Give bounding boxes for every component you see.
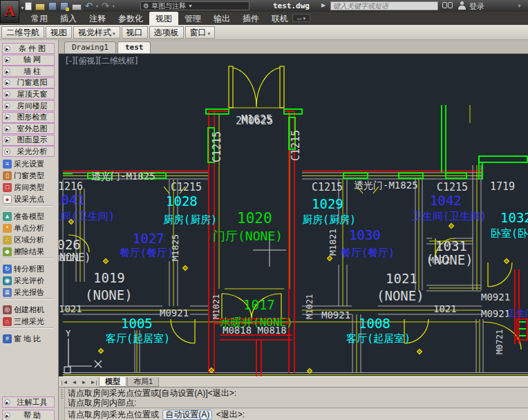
sidebar-item-窗地比[interactable]: #窗 地 比 <box>3 333 57 344</box>
sidebar-group-注解工具[interactable]: ▶注解工具 <box>2 397 55 408</box>
command-prompt[interactable]: 请点取房间采光点位置或 自动设置(A) <退出>: <box>65 410 528 420</box>
sidebar-item-区域分析[interactable]: ∴区域分析 <box>3 234 57 245</box>
redo-dropdown-icon[interactable]: ▾ <box>113 3 115 8</box>
cad-text-label: M0818 M0818 <box>223 325 287 335</box>
sidebar-group-label: 房间楼层 <box>12 101 53 111</box>
panel-button-二维导航[interactable]: 二维导航 <box>1 26 44 39</box>
ribbon-tab-参数化[interactable]: 参数化 <box>112 12 149 25</box>
prepare-model-icon: ▲ <box>3 212 12 221</box>
drawing-tab-bar: Drawing1test <box>59 40 528 54</box>
cad-text-label: 卫生间(卫生间) <box>412 211 487 222</box>
panel-button-选项板[interactable]: 选项板 <box>149 26 184 39</box>
sidebar-group-屋顶天窗[interactable]: ▶屋顶天窗 <box>2 88 55 99</box>
sidebar-item-门窗类型[interactable]: ▯门窗类型 <box>3 170 57 181</box>
drawing-tab-Drawing1[interactable]: Drawing1 <box>64 41 116 53</box>
save-as-icon[interactable] <box>60 2 68 10</box>
ribbon-tab-插入[interactable]: 插入 <box>54 12 83 25</box>
sidebar-item-采光报告[interactable]: ≣采光报告 <box>3 287 57 298</box>
sidebar-group-采光分析[interactable]: ▼采光分析 <box>2 146 55 157</box>
signin-button[interactable]: 登录 <box>469 1 484 12</box>
command-window-grip[interactable] <box>59 388 65 420</box>
new-file-icon[interactable] <box>25 2 32 10</box>
sidebar-item-label: 三维采光 <box>14 316 44 327</box>
sidebar-group-label: 帮 助 <box>12 410 53 420</box>
drawing-tab-test[interactable]: test <box>117 41 151 53</box>
single-point-analysis-icon: * <box>3 224 12 233</box>
first-layout-nav-button[interactable]: |◄ <box>60 379 69 385</box>
ribbon-tab-联机[interactable]: 联机 <box>265 12 294 25</box>
cad-text-label: 餐厅(餐厅) <box>341 248 395 258</box>
cad-text-label: 卫生间 <box>507 309 528 318</box>
redo-button[interactable]: ↷ <box>102 2 109 10</box>
sidebar-item-设采光点[interactable]: ●设采光点 <box>3 193 57 204</box>
sidebar-item-三维采光[interactable]: ⌂三维采光 <box>3 316 57 327</box>
model-layout-tab-bar: |◄◄►►|模型布局1 <box>59 376 528 387</box>
quick-access-toolbar: ↶▾↷▾ <box>25 1 115 11</box>
command-option-button[interactable]: 自动设置(A) <box>162 410 212 420</box>
sidebar-item-房间类型[interactable]: □房间类型 <box>3 182 57 193</box>
layout-tab-模型[interactable]: 模型 <box>99 377 126 387</box>
cad-text-label: 1032 <box>500 211 528 225</box>
sidebar-group-房间楼层[interactable]: ▶房间楼层 <box>2 100 55 111</box>
undo-button[interactable]: ↶ <box>85 2 93 10</box>
titlebar-overflow-icon[interactable]: ▼ <box>517 3 522 8</box>
ribbon-tab-bar: 常用插入注释参数化视图管理输出插件联机 <box>0 12 528 25</box>
panel-button-窗口[interactable]: 窗口▾ <box>185 26 216 39</box>
ribbon-display-toggle[interactable]: ▭ ▾ <box>292 14 310 22</box>
ribbon-tab-插件[interactable]: 插件 <box>236 12 265 25</box>
user-icon[interactable] <box>458 1 466 10</box>
sidebar-item-采光评价[interactable]: ◉采光评价 <box>3 275 57 286</box>
sidebar-item-转分析图[interactable]: ↻转分析图 <box>3 263 57 274</box>
ribbon-tab-输出[interactable]: 输出 <box>207 12 236 25</box>
sidebar-group-条件图[interactable]: ▶条 件 图 <box>2 43 55 54</box>
sidebar-item-创建相机[interactable]: ◎创建相机 <box>3 304 57 315</box>
panel-button-视图[interactable]: 视图 <box>46 26 72 39</box>
sidebar-separator <box>3 205 54 206</box>
cad-text-label: 1027 <box>133 232 164 245</box>
layout-tab-布局1[interactable]: 布局1 <box>127 377 159 387</box>
panel-button-视觉样式[interactable]: 视觉样式▾ <box>73 26 120 39</box>
sidebar-item-label: 区域分析 <box>14 235 44 245</box>
sidebar-group-label: 屋顶天窗 <box>12 89 53 99</box>
sidebar-group-帮助[interactable]: ▶帮 助 <box>2 410 55 420</box>
sidebar-item-label: 窗 地 比 <box>14 334 41 344</box>
application-menu-button[interactable]: A <box>0 0 19 23</box>
search-input[interactable]: 键入关键字或短语 <box>330 1 438 10</box>
ribbon-tab-视图[interactable]: 视图 <box>149 12 178 25</box>
cad-text-label: M0721 <box>59 254 79 262</box>
cad-text-label: M072 <box>428 256 450 265</box>
prev-layout-nav-button[interactable]: ◄ <box>70 379 79 385</box>
sidebar-group-墙柱[interactable]: ▶墙 柱 <box>2 66 55 77</box>
cad-text-label: 1005 <box>121 317 153 330</box>
room-type-icon: □ <box>3 183 12 192</box>
sidebar-group-图形检查[interactable]: ▶图形检查 <box>2 112 55 123</box>
panel-button-视口[interactable]: 视口 <box>122 26 148 39</box>
print-icon[interactable] <box>72 4 82 10</box>
fold-arrow-icon: ▶ <box>4 412 10 419</box>
cad-text-label: 1021 <box>59 304 82 314</box>
drawing-canvas[interactable]: [-][俯视][二维线框] <box>59 54 528 376</box>
command-line-area: 请点取房间采光点位置或[自动设置(A)]<退出>: 请点取房间内部点: 请点取房… <box>59 387 528 420</box>
sidebar-item-label: 转分析图 <box>14 264 44 274</box>
sidebar-group-轴网[interactable]: ▶轴 网 <box>2 55 55 66</box>
last-layout-nav-button[interactable]: ►| <box>89 379 98 385</box>
workspace-selector[interactable]: ⚙ 草图与注释 ▼ <box>140 1 249 10</box>
ribbon-tab-注释[interactable]: 注释 <box>83 12 112 25</box>
ribbon-tab-管理[interactable]: 管理 <box>178 12 207 25</box>
sidebar-item-label: 准备模型 <box>14 211 44 222</box>
sidebar-item-单点分析[interactable]: *单点分析 <box>3 222 57 233</box>
next-layout-nav-button[interactable]: ► <box>79 379 88 385</box>
sidebar-item-采光设置[interactable]: ≡采光设置 <box>3 158 57 169</box>
sidebar-item-准备模型[interactable]: ▲准备模型 <box>3 211 57 222</box>
undo-dropdown-icon[interactable]: ▾ <box>96 3 98 8</box>
sidebar-group-图面显示[interactable]: ▶图面显示 <box>2 135 55 146</box>
sidebar-group-室外总图[interactable]: ▶室外总图 <box>2 123 55 134</box>
cad-text-label: 透光门-M1825 <box>91 171 155 181</box>
sidebar-item-擦除结果[interactable]: ◆擦除结果 <box>3 246 57 257</box>
sidebar-group-门窗遮阳[interactable]: ▶门窗遮阳 <box>2 77 55 88</box>
save-icon[interactable] <box>48 2 57 10</box>
cad-text-label: 1026 <box>59 238 81 251</box>
open-file-icon[interactable] <box>35 3 45 10</box>
search-icon[interactable] <box>442 2 453 10</box>
ribbon-tab-常用[interactable]: 常用 <box>25 12 54 25</box>
